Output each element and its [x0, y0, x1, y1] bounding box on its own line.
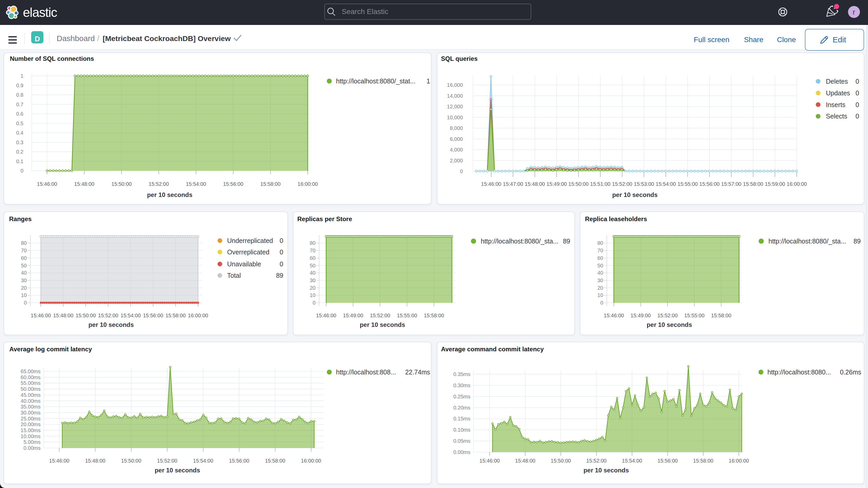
svg-text:15:49:00: 15:49:00 [343, 313, 363, 318]
svg-text:15:48:00: 15:48:00 [85, 458, 105, 464]
svg-text:15:46:00: 15:46:00 [316, 313, 336, 318]
svg-text:0.05ms: 0.05ms [453, 438, 470, 444]
svg-text:0: 0 [313, 300, 315, 306]
svg-text:55.00ms: 55.00ms [21, 380, 40, 386]
svg-text:Number of SQL connections: Number of SQL connections [10, 55, 94, 62]
svg-text:6,000: 6,000 [450, 136, 463, 142]
svg-text:0.00ms: 0.00ms [23, 445, 40, 451]
svg-text:15:54:00: 15:54:00 [622, 458, 642, 464]
svg-text:15:56:00: 15:56:00 [143, 313, 163, 318]
svg-text:45.00ms: 45.00ms [21, 392, 40, 398]
svg-text:60: 60 [21, 255, 27, 261]
svg-text:15:48:00: 15:48:00 [515, 458, 535, 464]
svg-text:60: 60 [597, 255, 603, 261]
svg-text:25.00ms: 25.00ms [21, 416, 40, 422]
svg-text:15:52:00: 15:52:00 [370, 313, 390, 318]
svg-text:10,000: 10,000 [447, 115, 463, 120]
svg-text:Updates: Updates [826, 89, 850, 97]
svg-text:15:59:00: 15:59:00 [765, 181, 785, 187]
svg-text:per 10 seconds: per 10 seconds [647, 321, 692, 328]
svg-text:40: 40 [597, 270, 603, 276]
svg-text:D: D [35, 35, 40, 43]
svg-text:12,000: 12,000 [447, 104, 463, 110]
svg-text:30: 30 [597, 277, 603, 283]
svg-text:15:50:00: 15:50:00 [112, 181, 132, 187]
svg-text:35.00ms: 35.00ms [21, 404, 40, 409]
svg-text:15:46:00: 15:46:00 [37, 181, 57, 187]
svg-text:0.9: 0.9 [16, 83, 23, 88]
svg-text:0.8: 0.8 [16, 92, 23, 98]
svg-text:Share: Share [744, 36, 764, 44]
svg-text:15:52:00: 15:52:00 [149, 181, 169, 187]
svg-text:0.10ms: 0.10ms [453, 427, 470, 433]
svg-text:5.00ms: 5.00ms [23, 439, 40, 445]
svg-text:16:00:00: 16:00:00 [298, 181, 318, 187]
svg-text:0: 0 [856, 89, 859, 97]
svg-text:8,000: 8,000 [450, 125, 463, 131]
svg-text:Search Elastic: Search Elastic [342, 7, 388, 16]
svg-text:70: 70 [597, 248, 603, 253]
svg-text:15:52:00: 15:52:00 [612, 181, 632, 187]
svg-text:16:00:00: 16:00:00 [301, 458, 321, 464]
svg-text:10: 10 [597, 292, 603, 298]
svg-text:40: 40 [21, 270, 27, 276]
svg-text:20: 20 [597, 285, 603, 291]
svg-text:15:54:00: 15:54:00 [121, 313, 141, 318]
svg-text:0.5: 0.5 [16, 121, 23, 126]
svg-text:10.00ms: 10.00ms [21, 433, 40, 439]
svg-text:0.6: 0.6 [16, 111, 23, 117]
svg-text:0: 0 [280, 261, 283, 268]
svg-text:Average log commit latency: Average log commit latency [9, 345, 92, 353]
svg-text:65.00ms: 65.00ms [21, 368, 40, 374]
svg-text:Underreplicated: Underreplicated [227, 237, 273, 244]
svg-text:0: 0 [856, 113, 859, 120]
svg-text:15:58:00: 15:58:00 [743, 181, 763, 187]
svg-text:1: 1 [21, 73, 23, 79]
svg-text:15:46:00: 15:46:00 [31, 313, 51, 318]
svg-text:30.00ms: 30.00ms [21, 410, 40, 416]
svg-text:http://localhost:8080/_sta...: http://localhost:8080/_sta... [481, 238, 558, 245]
svg-text:15:49:00: 15:49:00 [547, 181, 567, 187]
svg-text:15:48:00: 15:48:00 [53, 313, 73, 318]
svg-text:22.74ms: 22.74ms [405, 368, 430, 376]
svg-text:89: 89 [854, 238, 861, 245]
svg-text:Dashboard: Dashboard [57, 34, 95, 42]
svg-text:20.00ms: 20.00ms [21, 422, 40, 427]
svg-text:15:52:00: 15:52:00 [98, 313, 118, 318]
svg-text:0.3: 0.3 [16, 140, 23, 145]
svg-text:20: 20 [310, 285, 315, 291]
svg-text:elastic: elastic [23, 5, 57, 20]
svg-text:0: 0 [21, 168, 23, 174]
svg-text:Average command commit latency: Average command commit latency [441, 345, 544, 353]
svg-text:Ranges: Ranges [9, 215, 32, 222]
svg-text:per 10 seconds: per 10 seconds [360, 321, 405, 328]
svg-text:15:54:00: 15:54:00 [186, 181, 206, 187]
svg-text:Unavailable: Unavailable [227, 261, 261, 268]
svg-text:Replica leaseholders: Replica leaseholders [585, 215, 647, 222]
svg-text:80: 80 [21, 240, 27, 246]
svg-text:Edit: Edit [833, 35, 846, 44]
svg-text:0.7: 0.7 [16, 101, 23, 107]
svg-text:15:51:00: 15:51:00 [590, 181, 611, 187]
svg-text:Deletes: Deletes [826, 78, 848, 85]
svg-text:per 10 seconds: per 10 seconds [583, 467, 629, 474]
svg-text:Clone: Clone [777, 36, 796, 44]
svg-text:15:48:00: 15:48:00 [74, 181, 94, 187]
svg-text:Overreplicated: Overreplicated [227, 248, 270, 256]
svg-text:0.4: 0.4 [16, 130, 23, 135]
svg-text:40: 40 [310, 270, 315, 276]
svg-text:15:56:00: 15:56:00 [657, 458, 678, 464]
svg-text:SQL queries: SQL queries [441, 55, 478, 62]
svg-text:Replicas per Store: Replicas per Store [297, 215, 352, 222]
svg-text:15:58:00: 15:58:00 [165, 313, 186, 318]
svg-text:15:58:00: 15:58:00 [693, 458, 713, 464]
svg-text:4,000: 4,000 [450, 147, 463, 153]
svg-text:0: 0 [856, 101, 859, 109]
svg-text:/: / [97, 34, 99, 42]
svg-text:15:50:00: 15:50:00 [121, 458, 142, 464]
svg-text:70: 70 [21, 248, 27, 253]
svg-text:15:50:00: 15:50:00 [75, 313, 96, 318]
svg-text:16:00:00: 16:00:00 [729, 458, 749, 464]
svg-text:Inserts: Inserts [826, 101, 845, 109]
svg-text:10: 10 [310, 292, 315, 298]
